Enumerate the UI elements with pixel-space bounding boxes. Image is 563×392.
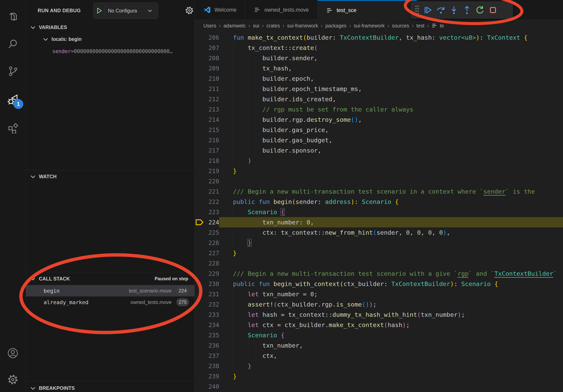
glyph-margin[interactable]: [195, 248, 205, 258]
call-stack-section-header[interactable]: CALL STACK Paused on step: [26, 273, 194, 284]
sidebar-item-search[interactable]: [0, 33, 26, 55]
breadcrumb-item[interactable]: test: [416, 23, 424, 29]
code-line-text[interactable]: /// Begin a new multi-transaction test s…: [219, 268, 563, 279]
start-debugging-button[interactable]: [93, 5, 105, 16]
code-line-text[interactable]: Scenario {: [219, 207, 563, 217]
glyph-margin[interactable]: [195, 166, 205, 176]
code-line-text[interactable]: }: [219, 238, 563, 248]
sidebar-item-explorer[interactable]: [0, 6, 26, 28]
code-line-text[interactable]: public fun begin(sender: address): Scena…: [219, 196, 563, 207]
breadcrumb-item[interactable]: adamwelc: [223, 23, 246, 29]
line-number[interactable]: 213: [205, 106, 219, 113]
step-out-button[interactable]: [461, 3, 473, 17]
line-number[interactable]: 233: [205, 311, 219, 318]
variables-scope-row[interactable]: locals: begin: [26, 34, 194, 44]
tab-owned-tests[interactable]: owned_tests.move: [245, 0, 318, 20]
code-line-text[interactable]: ctx,: [219, 351, 563, 361]
line-number[interactable]: 207: [205, 44, 219, 51]
line-number[interactable]: 210: [205, 75, 219, 82]
glyph-margin[interactable]: [195, 176, 205, 186]
glyph-margin[interactable]: [195, 125, 205, 135]
line-number[interactable]: 215: [205, 127, 219, 133]
step-over-button[interactable]: [434, 3, 448, 17]
line-number[interactable]: 229: [205, 270, 219, 277]
glyph-margin[interactable]: [195, 104, 205, 115]
line-number[interactable]: 220: [205, 178, 219, 185]
glyph-margin[interactable]: [195, 258, 205, 268]
glyph-margin[interactable]: [195, 145, 205, 156]
step-into-button[interactable]: [448, 3, 461, 17]
glyph-margin[interactable]: [195, 63, 205, 73]
variables-section-header[interactable]: VARIABLES: [26, 22, 194, 33]
line-number[interactable]: 235: [205, 332, 219, 339]
code-line-text[interactable]: tx_hash,: [219, 63, 563, 73]
restart-button[interactable]: [473, 3, 486, 17]
debug-config-picker[interactable]: No Configura: [93, 2, 158, 19]
glyph-margin[interactable]: [195, 43, 205, 53]
line-number[interactable]: 238: [205, 363, 219, 369]
sidebar-item-run-and-debug[interactable]: 1: [0, 88, 26, 110]
code-line-text[interactable]: }: [219, 371, 563, 381]
breadcrumb-item[interactable]: packages: [325, 23, 346, 29]
glyph-margin[interactable]: [195, 330, 205, 340]
line-number[interactable]: 232: [205, 301, 219, 308]
code-line-text[interactable]: builder.rgp.destroy_some(),: [219, 115, 563, 125]
line-number[interactable]: 221: [205, 188, 219, 195]
code-line-text[interactable]: txn_number,: [219, 340, 563, 351]
code-line-text[interactable]: public fun begin_with_context(ctx_builde…: [219, 279, 563, 289]
breadcrumb-item[interactable]: sources: [392, 23, 409, 29]
current-line-marker[interactable]: [195, 217, 205, 227]
code-line-text[interactable]: builder.epoch,: [219, 73, 563, 84]
code-line-text[interactable]: builder.gas_price,: [219, 125, 563, 135]
code-line-text[interactable]: ctx: tx_context::new_from_hint(sender, 0…: [219, 227, 563, 238]
code-line-text[interactable]: fun make_tx_context(builder: TxContextBu…: [219, 32, 563, 43]
manage-button[interactable]: [0, 369, 26, 391]
accounts-button[interactable]: [0, 342, 26, 364]
call-stack-frame[interactable]: already_markedowned_tests.move275: [26, 297, 194, 308]
glyph-margin[interactable]: [195, 340, 205, 351]
glyph-margin[interactable]: [195, 361, 205, 371]
code-line-text[interactable]: /// Begin a new multi-transaction test s…: [219, 186, 563, 196]
breakpoints-section-header[interactable]: BREAKPOINTS: [26, 382, 194, 392]
line-number[interactable]: 236: [205, 342, 219, 349]
code-line-text[interactable]: Scenario {: [219, 330, 563, 340]
tab-welcome[interactable]: Welcome: [195, 0, 245, 20]
code-line-text[interactable]: assert!(ctx_builder.rgp.is_some());: [219, 299, 563, 310]
glyph-margin[interactable]: [195, 32, 205, 43]
line-number[interactable]: 219: [205, 168, 219, 174]
code-line-text[interactable]: let txn_number = 0;: [219, 289, 563, 299]
code-line-text[interactable]: builder.epoch_timestamp_ms,: [219, 84, 563, 94]
call-stack-frame[interactable]: begintest_scenario.move224: [26, 285, 194, 297]
line-number[interactable]: 209: [205, 65, 219, 72]
line-number[interactable]: 206: [205, 34, 219, 41]
line-number[interactable]: 223: [205, 209, 219, 216]
line-number[interactable]: 214: [205, 116, 219, 123]
line-number[interactable]: 230: [205, 280, 219, 287]
line-number[interactable]: 240: [205, 383, 219, 390]
glyph-margin[interactable]: [195, 289, 205, 299]
glyph-margin[interactable]: [195, 94, 205, 104]
glyph-margin[interactable]: [195, 310, 205, 320]
line-number[interactable]: 212: [205, 96, 219, 103]
tab-test-scenario[interactable]: test_sce: [318, 0, 417, 20]
breadcrumb-item[interactable]: sui: [253, 23, 259, 29]
line-number[interactable]: 217: [205, 147, 219, 154]
breadcrumb-item[interactable]: sui-framework: [354, 23, 385, 29]
glyph-margin[interactable]: [195, 53, 205, 63]
glyph-margin[interactable]: [195, 371, 205, 381]
code-line-text[interactable]: // rgp must be set from the caller alway…: [219, 104, 563, 115]
glyph-margin[interactable]: [195, 186, 205, 196]
line-number[interactable]: 226: [205, 239, 219, 246]
line-number[interactable]: 224: [205, 219, 219, 226]
glyph-margin[interactable]: [195, 73, 205, 84]
glyph-margin[interactable]: [195, 351, 205, 361]
line-number[interactable]: 208: [205, 55, 219, 62]
code-line-text[interactable]: }: [219, 361, 563, 371]
line-number[interactable]: 237: [205, 352, 219, 359]
code-line-text[interactable]: }: [219, 248, 563, 258]
code-line-text[interactable]: builder.gas_budget,: [219, 135, 563, 145]
glyph-margin[interactable]: [195, 381, 205, 392]
line-number[interactable]: 222: [205, 198, 219, 205]
line-number[interactable]: 211: [205, 85, 219, 92]
code-line-text[interactable]: let hash = tx_context::dummy_tx_hash_wit…: [219, 310, 563, 320]
